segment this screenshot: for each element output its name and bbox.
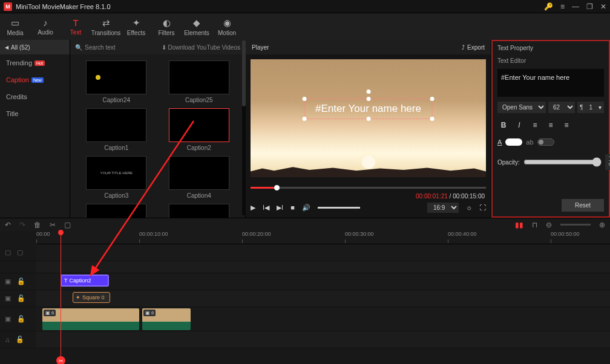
gallery-item[interactable]: [81, 204, 152, 218]
text-content-input[interactable]: [497, 69, 604, 97]
gallery-item[interactable]: Caption4: [164, 156, 235, 199]
audio-track-icon[interactable]: ♫: [5, 336, 10, 343]
text-color-swatch[interactable]: [505, 138, 522, 146]
tab-media[interactable]: ▭Media: [0, 13, 30, 40]
play-button[interactable]: ▶: [251, 204, 255, 212]
download-youtube-link[interactable]: ⬇ Download YouTube Videos: [162, 44, 240, 51]
magnet-icon[interactable]: ⊓: [532, 221, 537, 229]
close-button[interactable]: ✕: [600, 2, 606, 11]
track-dup-icon[interactable]: ▢: [17, 249, 23, 256]
resize-handle[interactable]: [366, 97, 370, 101]
zoom-out-button[interactable]: ⊖: [546, 221, 552, 229]
volume-icon[interactable]: 🔊: [302, 204, 310, 212]
reset-button[interactable]: Reset: [562, 199, 604, 212]
thumbnail[interactable]: [169, 108, 229, 142]
thumbnail[interactable]: [169, 204, 229, 218]
align-left-button[interactable]: ≡: [529, 119, 541, 131]
aspect-select[interactable]: 16:9: [427, 203, 459, 213]
sidebar-header[interactable]: All (52): [0, 40, 70, 54]
gallery-item[interactable]: YOUR TITLE HERECaption3: [81, 156, 152, 199]
tab-elements[interactable]: ◆Elements: [182, 13, 212, 40]
sidebar-item-trending[interactable]: TrendingHot: [0, 54, 70, 71]
marker-icon[interactable]: ▮▮: [515, 221, 523, 229]
crop-button[interactable]: ▢: [64, 221, 71, 229]
sidebar-item-title[interactable]: Title: [0, 105, 70, 122]
gallery-item[interactable]: Caption1: [81, 108, 152, 151]
tab-text[interactable]: TText: [61, 13, 91, 40]
stop-button[interactable]: ■: [290, 204, 295, 211]
gallery-item[interactable]: [164, 204, 235, 218]
sidebar-item-credits[interactable]: Credits: [0, 88, 70, 105]
gallery-item[interactable]: Caption24: [81, 60, 152, 103]
zoom-slider[interactable]: [560, 224, 591, 226]
highlight-toggle[interactable]: [537, 138, 554, 146]
tab-motion[interactable]: ◉Motion: [212, 13, 242, 40]
thumbnail[interactable]: [169, 60, 229, 94]
resize-handle[interactable]: [302, 117, 306, 121]
resize-handle[interactable]: [430, 117, 435, 121]
tab-filters[interactable]: ◐Filters: [151, 13, 182, 40]
resize-handle[interactable]: [430, 97, 435, 101]
prev-frame-button[interactable]: I◀: [263, 204, 269, 212]
highlight-label: ab: [526, 138, 533, 146]
export-button[interactable]: ⤴ Export: [462, 44, 485, 51]
menu-icon[interactable]: ≡: [560, 2, 565, 11]
track-type-icon[interactable]: ▣: [5, 278, 11, 285]
caption-clip[interactable]: T Caption2: [61, 275, 109, 287]
volume-slider[interactable]: [318, 207, 360, 209]
track-type-icon[interactable]: ▣: [5, 294, 11, 302]
delete-button[interactable]: 🗑: [34, 221, 41, 229]
undo-button[interactable]: ↶: [5, 221, 11, 229]
fullscreen-button[interactable]: ⛶: [479, 204, 486, 211]
track-icon[interactable]: ▢: [5, 249, 11, 256]
minimize-button[interactable]: —: [572, 2, 579, 11]
italic-button[interactable]: I: [513, 119, 525, 131]
key-icon[interactable]: 🔑: [544, 2, 553, 11]
tab-effects[interactable]: ✦Effects: [121, 13, 151, 40]
split-button[interactable]: ✂: [50, 221, 56, 229]
thumbnail[interactable]: [86, 108, 146, 142]
lock-icon[interactable]: 🔓: [17, 278, 25, 285]
align-center-button[interactable]: ≡: [545, 119, 557, 131]
search-box[interactable]: 🔍 Search text: [75, 44, 116, 51]
gallery-item[interactable]: Caption25: [164, 60, 235, 103]
text-overlay[interactable]: #Enter Your name here: [304, 99, 433, 119]
video-clip[interactable]: ▣ 6: [142, 308, 191, 330]
redo-button[interactable]: ↷: [19, 221, 25, 229]
lock-icon[interactable]: 🔓: [16, 336, 24, 343]
thumbnail[interactable]: YOUR TITLE HERE: [86, 156, 146, 190]
font-family-select[interactable]: Open Sans: [497, 102, 546, 113]
video-clip[interactable]: ▣ 6: [42, 308, 139, 330]
thumbnail[interactable]: [86, 204, 146, 218]
maximize-button[interactable]: ❐: [586, 2, 593, 11]
line-spacing-select[interactable]: ¶1▾: [577, 102, 604, 113]
gallery-scrollbar[interactable]: [242, 40, 246, 215]
tab-audio[interactable]: ♪Audio: [30, 13, 61, 40]
folder-icon: ▭: [11, 18, 19, 28]
rotate-handle[interactable]: [366, 89, 370, 94]
gallery-item[interactable]: Caption2: [164, 108, 235, 151]
zoom-in-button[interactable]: ⊕: [599, 221, 605, 229]
lock-icon[interactable]: 🔓: [17, 315, 25, 323]
playhead[interactable]: [61, 231, 61, 364]
align-right-button[interactable]: ≡: [560, 119, 572, 131]
opacity-slider[interactable]: [523, 157, 602, 167]
progress-bar[interactable]: [251, 182, 486, 193]
video-preview[interactable]: #Enter Your name here: [251, 59, 486, 177]
track-type-icon[interactable]: ▣: [5, 315, 11, 323]
font-size-select[interactable]: 62: [548, 102, 575, 113]
snapshot-button[interactable]: ☼: [466, 204, 472, 211]
next-frame-button[interactable]: ▶I: [277, 204, 283, 212]
element-clip[interactable]: ✦ Square 0: [73, 292, 110, 303]
lock-icon[interactable]: 🔓: [17, 294, 25, 302]
resize-handle[interactable]: [302, 97, 306, 101]
resize-handle[interactable]: [366, 117, 370, 121]
thumbnail[interactable]: [169, 156, 229, 190]
app-title: MiniTool MovieMaker Free 8.1.0: [16, 3, 111, 10]
category-sidebar: All (52) TrendingHotCaptionNewCreditsTit…: [0, 40, 70, 218]
bold-button[interactable]: B: [497, 119, 510, 131]
thumbnail[interactable]: [86, 60, 146, 94]
timeline-ruler[interactable]: 00:0000:00:10:0000:00:20:0000:00:30:0000…: [36, 231, 610, 244]
sidebar-item-caption[interactable]: CaptionNew: [0, 71, 70, 88]
tab-transitions[interactable]: ⇄Transitions: [91, 13, 121, 40]
